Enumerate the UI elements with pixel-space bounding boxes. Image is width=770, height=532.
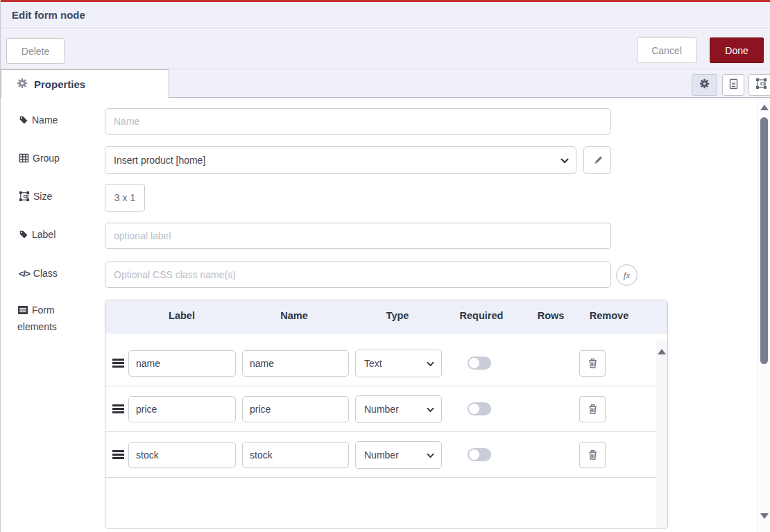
element-type-select-wrap: Text [355, 350, 442, 377]
main-scrollbar[interactable] [758, 98, 770, 532]
dynamic-class-fx-button[interactable]: fx [616, 264, 638, 286]
code-icon: </> [19, 268, 30, 279]
element-type-select[interactable]: Number [355, 441, 442, 469]
required-toggle[interactable] [468, 402, 491, 415]
delete-button[interactable]: Delete [6, 38, 65, 64]
required-toggle[interactable] [468, 448, 491, 461]
gear-icon [17, 78, 28, 92]
edit-form-node-dialog: Edit form node Delete Cancel Done [0, 0, 770, 532]
group-field-label: Group [19, 153, 101, 164]
tab-properties[interactable]: Properties [1, 69, 169, 98]
form-elements-table-header: Label Name Type Required Rows Remove [105, 300, 667, 334]
tag-icon [19, 115, 28, 125]
class-field-label: </> Class [19, 268, 101, 279]
scroll-down-icon[interactable] [760, 513, 769, 519]
element-type-select[interactable]: Text [355, 350, 442, 377]
appearance-icon [755, 78, 767, 92]
form-elements-label: Form elements [17, 302, 81, 335]
dialog-header: Edit form node [1, 2, 770, 29]
form-element-row: Number [105, 386, 656, 432]
tag-icon [19, 230, 28, 239]
trash-icon [588, 449, 598, 461]
element-name-input[interactable] [242, 350, 349, 377]
column-header-type: Type [386, 310, 409, 321]
element-type-select-wrap: Number [355, 441, 442, 469]
scroll-up-icon[interactable] [658, 349, 666, 354]
size-icon [19, 191, 30, 202]
table-icon [19, 153, 29, 163]
form-element-row: Number [105, 432, 656, 478]
tab-properties-label: Properties [34, 78, 85, 90]
drag-handle-icon[interactable] [112, 359, 124, 369]
size-field-label: Size [19, 191, 101, 202]
properties-tab-button[interactable] [692, 74, 717, 96]
group-select[interactable]: Insert product [home] [105, 146, 576, 174]
remove-element-button[interactable] [579, 396, 606, 422]
column-header-required: Required [460, 310, 504, 321]
element-name-input[interactable] [242, 442, 349, 468]
label-input[interactable] [105, 223, 611, 249]
tab-bar: Properties [1, 69, 770, 98]
drag-handle-icon[interactable] [112, 404, 124, 415]
column-header-rows: Rows [538, 310, 565, 321]
required-toggle[interactable] [468, 357, 491, 370]
label-field-label: Label [19, 229, 101, 240]
element-type-select[interactable]: Number [355, 395, 442, 423]
element-label-input[interactable] [128, 350, 236, 377]
column-header-label: Label [169, 310, 195, 321]
remove-element-button[interactable] [579, 350, 606, 377]
element-label-input[interactable] [128, 442, 236, 468]
column-header-name: Name [280, 310, 308, 321]
form-elements-table-body: Text Number [105, 341, 667, 529]
scrollbar-thumb[interactable] [760, 117, 768, 364]
pencil-icon [592, 155, 603, 166]
dialog-toolbar: Delete Cancel Done [1, 30, 770, 69]
form-elements-table: Label Name Type Required Rows Remove Tex… [105, 300, 668, 529]
form-icon [17, 305, 28, 315]
remove-element-button[interactable] [579, 442, 606, 468]
size-value-button[interactable]: 3 x 1 [105, 184, 145, 212]
description-tab-button[interactable] [722, 74, 744, 96]
table-scrollbar[interactable] [656, 341, 667, 529]
scroll-up-icon[interactable] [760, 105, 769, 110]
element-type-select-wrap: Number [355, 395, 442, 423]
document-icon [728, 78, 739, 92]
trash-icon [588, 358, 598, 369]
properties-panel: Name Group Insert product [home] Size 3 … [1, 98, 770, 532]
name-input[interactable] [105, 108, 611, 135]
class-input[interactable] [105, 261, 611, 288]
dialog-title: Edit form node [12, 9, 85, 21]
column-header-remove: Remove [590, 310, 628, 321]
appearance-tab-button[interactable] [748, 74, 770, 96]
done-button[interactable]: Done [710, 37, 764, 63]
trash-icon [588, 404, 598, 415]
gear-icon [699, 78, 710, 92]
edit-group-button[interactable] [583, 146, 611, 174]
element-label-input[interactable] [128, 396, 236, 422]
drag-handle-icon[interactable] [112, 450, 124, 461]
form-element-row: Text [105, 341, 656, 386]
cancel-button[interactable]: Cancel [637, 37, 696, 63]
name-field-label: Name [19, 114, 101, 126]
element-name-input[interactable] [242, 396, 349, 422]
group-select-wrap: Insert product [home] [105, 146, 576, 174]
